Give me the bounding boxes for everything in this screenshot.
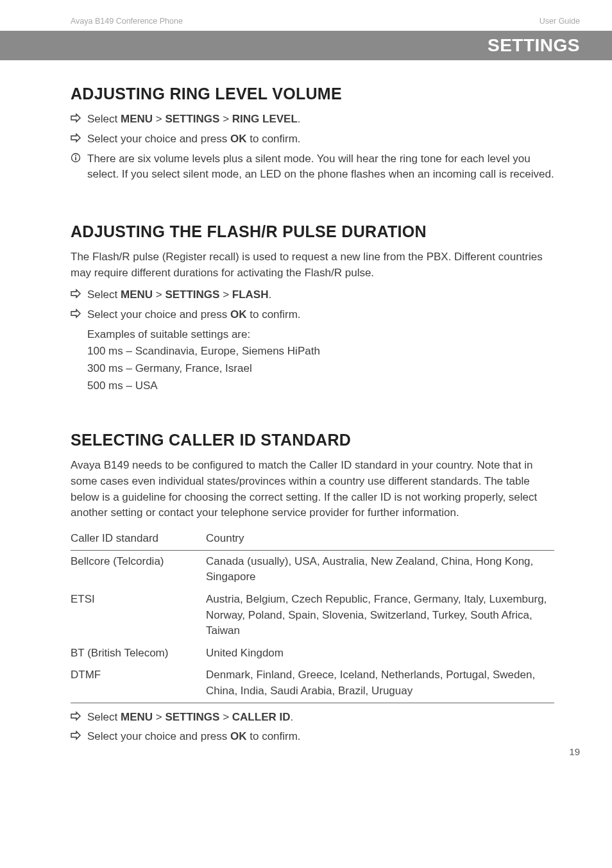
menu-label: MENU <box>121 113 153 125</box>
example-line: 100 ms – Scandinavia, Europe, Siemens Hi… <box>87 344 554 360</box>
step-text: Select your choice and press OK to confi… <box>87 730 301 742</box>
step-text: Select MENU > SETTINGS > CALLER ID. <box>87 711 293 723</box>
text: Select <box>87 113 121 125</box>
step-item: Select MENU > SETTINGS > CALLER ID. <box>71 710 554 726</box>
text: > <box>219 711 232 723</box>
text: . <box>298 113 301 125</box>
section-band: SETTINGS <box>0 31 612 60</box>
table-cell: Canada (usually), USA, Australia, New Ze… <box>206 550 554 588</box>
heading-flash: ADJUSTING THE FLASH/R PULSE DURATION <box>71 220 554 243</box>
menu-label: SETTINGS <box>165 711 219 723</box>
text: to confirm. <box>247 308 301 321</box>
ok-label: OK <box>230 730 247 742</box>
table-header-cell: Caller ID standard <box>71 528 206 550</box>
ok-label: OK <box>230 308 247 321</box>
menu-label: MENU <box>121 711 153 723</box>
step-text: Select MENU > SETTINGS > RING LEVEL. <box>87 113 301 125</box>
menu-label: FLASH <box>232 288 269 301</box>
table-cell: United Kingdom <box>206 642 554 665</box>
menu-label: MENU <box>121 288 153 301</box>
page-content: ADJUSTING RING LEVEL VOLUME Select MENU … <box>0 60 612 774</box>
text: to confirm. <box>247 730 301 742</box>
table-row: BT (British Telecom) United Kingdom <box>71 642 554 665</box>
examples-label: Examples of suitable settings are: <box>87 327 554 343</box>
arrow-icon <box>71 288 82 300</box>
text: . <box>290 711 293 723</box>
example-line: 300 ms – Germany, France, Israel <box>87 361 554 377</box>
arrow-icon <box>71 730 82 742</box>
step-item: Select MENU > SETTINGS > FLASH. <box>71 287 554 303</box>
table-cell: Austria, Belgium, Czech Republic, France… <box>206 588 554 642</box>
table-header-cell: Country <box>206 528 554 550</box>
text: Select your choice and press <box>87 730 230 742</box>
flash-examples: Examples of suitable settings are: 100 m… <box>71 327 554 394</box>
table-row: ETSI Austria, Belgium, Czech Republic, F… <box>71 588 554 642</box>
arrow-icon <box>71 133 82 144</box>
info-icon <box>71 153 82 164</box>
steps-flash: Select MENU > SETTINGS > FLASH. Select y… <box>71 287 554 322</box>
page-header: Avaya B149 Conference Phone User Guide <box>0 0 612 31</box>
svg-point-1 <box>75 155 76 156</box>
step-item: Select your choice and press OK to confi… <box>71 131 554 147</box>
arrow-icon <box>71 711 82 722</box>
text: > <box>153 113 165 125</box>
table-cell: DTMF <box>71 664 206 703</box>
table-cell: Denmark, Finland, Greece, Iceland, Nethe… <box>206 664 554 703</box>
arrow-icon <box>71 113 82 124</box>
menu-label: RING LEVEL <box>232 113 298 125</box>
text: > <box>153 288 165 301</box>
text: Select your choice and press <box>87 308 230 321</box>
menu-label: CALLER ID <box>232 711 291 723</box>
text: Select your choice and press <box>87 133 230 145</box>
text: > <box>153 711 165 723</box>
product-name: Avaya B149 Conference Phone <box>71 15 183 27</box>
step-text: Select MENU > SETTINGS > FLASH. <box>87 288 271 301</box>
arrow-icon <box>71 308 82 320</box>
menu-label: SETTINGS <box>165 113 219 125</box>
heading-ring-level: ADJUSTING RING LEVEL VOLUME <box>71 82 554 105</box>
step-text: Select your choice and press OK to confi… <box>87 133 301 145</box>
doc-type: User Guide <box>540 15 580 27</box>
text: to confirm. <box>247 133 301 145</box>
text: > <box>219 288 232 301</box>
step-text: Select your choice and press OK to confi… <box>87 308 301 321</box>
ok-label: OK <box>230 133 247 145</box>
text: > <box>219 113 232 125</box>
step-item: Select your choice and press OK to confi… <box>71 729 554 745</box>
info-item: There are six volume levels plus a silen… <box>71 151 554 183</box>
example-line: 500 ms – USA <box>87 378 554 394</box>
svg-rect-2 <box>75 157 76 160</box>
info-text: There are six volume levels plus a silen… <box>87 153 554 181</box>
text: . <box>268 288 271 301</box>
steps-ring-level: Select MENU > SETTINGS > RING LEVEL. Sel… <box>71 112 554 183</box>
table-cell: ETSI <box>71 588 206 642</box>
text: Select <box>87 711 121 723</box>
step-item: Select your choice and press OK to confi… <box>71 307 554 323</box>
text: Select <box>87 288 121 301</box>
band-title: SETTINGS <box>488 33 580 59</box>
table-row: Bellcore (Telcordia) Canada (usually), U… <box>71 550 554 588</box>
table-cell: BT (British Telecom) <box>71 642 206 665</box>
heading-caller-id: SELECTING CALLER ID STANDARD <box>71 428 554 451</box>
table-row: DTMF Denmark, Finland, Greece, Iceland, … <box>71 664 554 703</box>
caller-id-table: Caller ID standard Country Bellcore (Tel… <box>71 528 554 703</box>
table-cell: Bellcore (Telcordia) <box>71 550 206 588</box>
page-number: 19 <box>569 745 580 759</box>
table-header-row: Caller ID standard Country <box>71 528 554 550</box>
step-item: Select MENU > SETTINGS > RING LEVEL. <box>71 112 554 128</box>
intro-flash: The Flash/R pulse (Register recall) is u… <box>71 249 554 281</box>
intro-caller-id: Avaya B149 needs to be configured to mat… <box>71 458 554 521</box>
menu-label: SETTINGS <box>165 288 219 301</box>
steps-caller-id: Select MENU > SETTINGS > CALLER ID. Sele… <box>71 710 554 745</box>
